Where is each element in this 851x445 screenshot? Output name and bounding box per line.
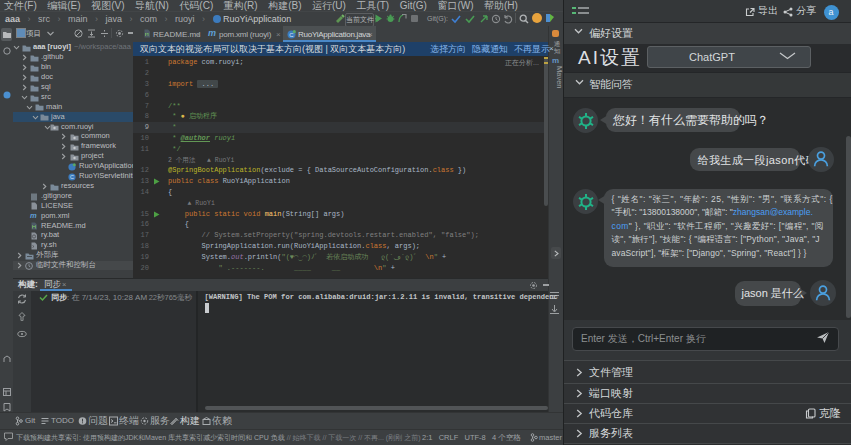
svg-text:C: C (70, 174, 74, 180)
